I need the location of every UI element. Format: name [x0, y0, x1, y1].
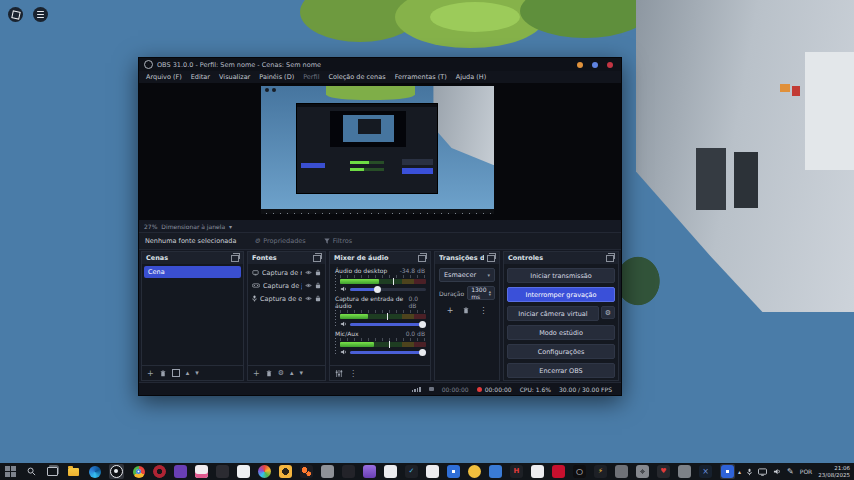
- taskbar-app-orange-ring[interactable]: [279, 465, 292, 478]
- search-button[interactable]: [25, 465, 38, 478]
- obs-title-bar[interactable]: OBS 31.0.0 - Perfil: Sem nome - Cenas: S…: [139, 58, 621, 71]
- start-streaming-button[interactable]: Iniciar transmissão: [507, 268, 615, 283]
- display-tray-icon[interactable]: [758, 468, 767, 476]
- volume-slider[interactable]: [350, 323, 426, 326]
- settings-button[interactable]: Configurações: [507, 344, 615, 359]
- start-button[interactable]: [4, 465, 17, 478]
- taskbar-app-purple[interactable]: [174, 465, 187, 478]
- speaker-icon[interactable]: [340, 321, 347, 327]
- move-scene-up-button[interactable]: ▴: [186, 369, 190, 377]
- properties-button[interactable]: ⚙ Propriedades: [254, 237, 305, 245]
- maximize-button[interactable]: [592, 62, 598, 68]
- taskbar-app-dark[interactable]: [216, 465, 229, 478]
- close-button[interactable]: [607, 62, 613, 68]
- move-source-up-button[interactable]: ▴: [290, 369, 294, 377]
- speaker-icon[interactable]: [340, 349, 347, 355]
- transition-select[interactable]: Esmaecer ▾: [439, 268, 495, 282]
- exit-obs-button[interactable]: Encerrar OBS: [507, 363, 615, 378]
- taskbar-app-red-h[interactable]: H: [510, 465, 523, 478]
- source-list-item[interactable]: Captura de jog: [250, 279, 323, 292]
- microphone-tray-icon[interactable]: [747, 468, 752, 476]
- scene-list-item[interactable]: Cena: [144, 266, 241, 278]
- taskbar-app-roblox-avatar[interactable]: [363, 465, 376, 478]
- menu-ajuda[interactable]: Ajuda (H): [456, 73, 487, 81]
- speaker-tray-icon[interactable]: [773, 468, 781, 475]
- remove-source-button[interactable]: [266, 370, 272, 377]
- lock-icon[interactable]: [315, 282, 321, 289]
- popout-icon[interactable]: [418, 255, 426, 262]
- lock-icon[interactable]: [315, 295, 321, 302]
- roblox-menu-button[interactable]: [8, 7, 23, 22]
- audio-settings-sliders-icon[interactable]: [335, 370, 343, 377]
- taskbar-app-document-2[interactable]: [426, 465, 439, 478]
- menu-paineis[interactable]: Painéis (D): [259, 73, 294, 81]
- pen-tray-icon[interactable]: ✎: [787, 467, 794, 476]
- taskbar-app-flower[interactable]: [636, 465, 649, 478]
- remove-scene-button[interactable]: [160, 370, 166, 377]
- taskbar-app-check[interactable]: ✓: [405, 465, 418, 478]
- add-source-button[interactable]: +: [253, 369, 260, 378]
- drag-handle-icon[interactable]: [334, 309, 338, 327]
- taskbar-app-emoji[interactable]: [468, 465, 481, 478]
- taskbar-app-dark-z[interactable]: [342, 465, 355, 478]
- taskbar-app-photos[interactable]: [258, 465, 271, 478]
- taskbar-app-blue-dot[interactable]: [447, 465, 460, 478]
- menu-perfil[interactable]: Perfil: [303, 73, 319, 81]
- visibility-eye-icon[interactable]: [305, 283, 312, 288]
- taskbar-app-dark-blue-x[interactable]: ×: [699, 465, 712, 478]
- taskbar-app-opera-gx[interactable]: [153, 465, 166, 478]
- taskbar-app-roblox-active[interactable]: [720, 464, 735, 479]
- volume-slider[interactable]: [350, 288, 426, 291]
- drag-handle-icon[interactable]: [334, 337, 338, 355]
- language-indicator[interactable]: POR: [800, 468, 813, 475]
- slider-knob[interactable]: [419, 321, 426, 328]
- taskbar-app-gray-folder[interactable]: [678, 465, 691, 478]
- add-transition-button[interactable]: +: [447, 306, 454, 315]
- studio-mode-button[interactable]: Modo estúdio: [507, 325, 615, 340]
- taskbar-app-gray-2[interactable]: [615, 465, 628, 478]
- task-view-button[interactable]: [46, 465, 59, 478]
- scene-filters-button[interactable]: [172, 369, 180, 377]
- source-list-item[interactable]: Captura de mo: [250, 266, 323, 279]
- taskbar-app-red-square[interactable]: [552, 465, 565, 478]
- taskbar-app-medal[interactable]: [195, 465, 208, 478]
- volume-slider[interactable]: [350, 351, 426, 354]
- taskbar-app-obs-active[interactable]: [109, 464, 124, 479]
- chevron-down-icon[interactable]: ▾: [229, 223, 232, 230]
- kebab-menu-icon[interactable]: ⋮: [349, 369, 357, 378]
- taskbar-app-oval-logo[interactable]: ○: [573, 465, 586, 478]
- filters-button[interactable]: Filtros: [324, 237, 352, 245]
- taskbar-app-notepad[interactable]: [237, 465, 250, 478]
- menu-editar[interactable]: Editar: [191, 73, 210, 81]
- start-virtual-camera-button[interactable]: Iniciar câmera virtual: [507, 306, 599, 321]
- popout-icon[interactable]: [231, 255, 239, 262]
- move-source-down-button[interactable]: ▾: [300, 369, 304, 377]
- taskbar-app-lightning[interactable]: ⚡: [594, 465, 607, 478]
- visibility-eye-icon[interactable]: [305, 270, 312, 275]
- remove-transition-button[interactable]: [463, 307, 469, 314]
- spinner-arrows-icon[interactable]: ▴▾: [489, 290, 491, 297]
- taskbar-app-document-3[interactable]: [531, 465, 544, 478]
- menu-colecao-de-cenas[interactable]: Coleção de cenas: [328, 73, 385, 81]
- slider-knob[interactable]: [374, 286, 381, 293]
- add-scene-button[interactable]: +: [147, 369, 154, 378]
- menu-ferramentas[interactable]: Ferramentas (T): [395, 73, 447, 81]
- duration-spinner[interactable]: 1300 ms ▴▾: [467, 286, 495, 300]
- preview-canvas[interactable]: [261, 86, 494, 214]
- taskbar-clock[interactable]: 21:06 23/08/2025: [818, 465, 850, 478]
- speaker-icon[interactable]: [340, 286, 347, 292]
- minimize-button[interactable]: [577, 62, 583, 68]
- taskbar-app-edge[interactable]: [88, 465, 101, 478]
- taskbar-app-heart[interactable]: ♥: [657, 465, 670, 478]
- taskbar-app-ember-dots[interactable]: [300, 465, 313, 478]
- slider-knob[interactable]: [419, 349, 426, 356]
- drag-handle-icon[interactable]: [334, 274, 338, 292]
- taskbar-app-file-explorer[interactable]: [67, 465, 80, 478]
- preview-scale-mode[interactable]: Dimensionar à janela: [161, 223, 225, 230]
- popout-icon[interactable]: [487, 255, 495, 262]
- menu-visualizar[interactable]: Visualizar: [219, 73, 250, 81]
- menu-arquivo[interactable]: Arquivo (F): [146, 73, 182, 81]
- taskbar-app-chrome[interactable]: [132, 465, 145, 478]
- taskbar-app-gray[interactable]: [321, 465, 334, 478]
- lock-icon[interactable]: [315, 269, 321, 276]
